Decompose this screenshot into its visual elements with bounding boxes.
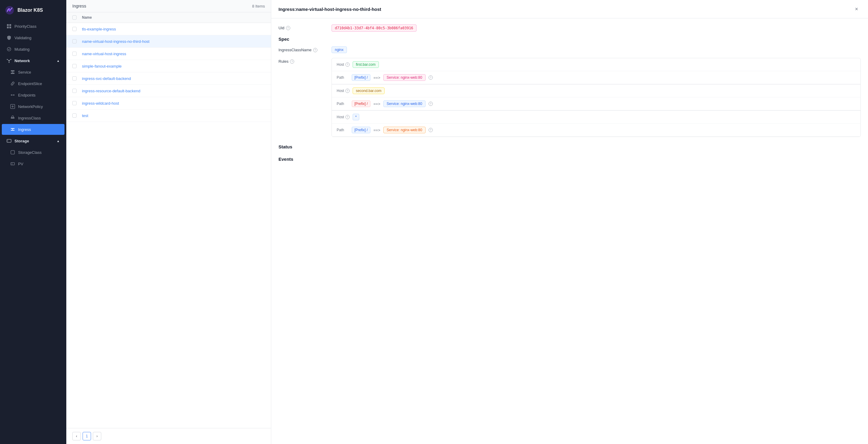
- host-value-3: *: [352, 114, 360, 120]
- row-checkbox[interactable]: [72, 52, 76, 56]
- svg-rect-4: [7, 27, 9, 28]
- table-row[interactable]: name-virtual-host-ingress: [66, 48, 271, 60]
- row-link[interactable]: ingress-svc-default-backend: [82, 76, 131, 81]
- grid-icon: [7, 24, 11, 29]
- storage-section-icon: [7, 139, 11, 143]
- sidebar-item-label: Mutating: [14, 47, 30, 52]
- row-checkbox[interactable]: [72, 27, 76, 31]
- table-row[interactable]: ingress-resource-default-backend: [66, 85, 271, 97]
- sidebar-item-priority-class[interactable]: PriorityClass: [2, 21, 64, 32]
- host-help-icon-2[interactable]: ?: [345, 89, 350, 93]
- ingress-class-help-icon[interactable]: ?: [313, 48, 317, 52]
- status-title: Status: [278, 144, 861, 149]
- svg-rect-5: [9, 27, 11, 28]
- row-checkbox[interactable]: [72, 76, 76, 81]
- network-label: Network: [14, 59, 30, 63]
- service-badge-3: Service: nginx-web:80: [383, 127, 426, 133]
- sidebar-item-network-policy[interactable]: NetworkPolicy: [2, 101, 64, 112]
- network-icon: [7, 58, 11, 63]
- prefix-badge-3: [Prefix] /: [352, 127, 370, 133]
- spec-title: Spec: [278, 36, 861, 41]
- sidebar-item-ingress[interactable]: Ingress: [2, 124, 64, 135]
- path-label-2: Path: [337, 102, 349, 106]
- app-name: Blazor K8S: [18, 7, 43, 13]
- sidebar-section-storage[interactable]: Storage ▲: [2, 136, 64, 146]
- svg-point-1: [8, 9, 11, 11]
- sidebar-item-label: NetworkPolicy: [18, 105, 43, 109]
- pv-icon: [10, 161, 15, 166]
- close-button[interactable]: ×: [852, 5, 861, 13]
- sidebar-item-endpoints[interactable]: Endpoints: [2, 90, 64, 100]
- ingress-class-name-field: IngressClassName ? nginx: [278, 47, 861, 53]
- path-row-2: Path [Prefix] / ==> Service: nginx-web:8…: [332, 97, 861, 110]
- table-row[interactable]: ingress-wildcard-host: [66, 97, 271, 110]
- row-checkbox[interactable]: [72, 39, 76, 43]
- row-link[interactable]: name-virtual-host-ingress-no-third-host: [82, 39, 150, 44]
- path-help-icon-3[interactable]: ?: [429, 128, 433, 132]
- svg-point-25: [7, 141, 8, 141]
- sidebar-section-network[interactable]: Network ▲: [2, 55, 64, 66]
- page-1-button[interactable]: 1: [83, 432, 91, 440]
- table-row[interactable]: tls-example-ingress: [66, 23, 271, 35]
- main-content: Ingress 8 Items Name tls-example-ingress…: [66, 0, 868, 444]
- row-checkbox[interactable]: [72, 101, 76, 105]
- prefix-badge-1: [Prefix] /: [352, 74, 370, 81]
- svg-line-11: [7, 59, 9, 61]
- host-row-3: Host ? *: [332, 111, 861, 124]
- svg-rect-14: [11, 70, 14, 71]
- row-checkbox[interactable]: [72, 64, 76, 68]
- row-link[interactable]: name-virtual-host-ingress: [82, 52, 126, 56]
- select-all-checkbox[interactable]: [72, 16, 76, 20]
- host-label-3: Host ?: [337, 115, 350, 119]
- sidebar-item-pv[interactable]: PV: [2, 158, 64, 169]
- ingress-class-name-label: IngressClassName ?: [278, 47, 327, 52]
- rules-group-3: Host ? * Path [Prefix] / ==> Service: ng…: [332, 111, 861, 137]
- sidebar-item-storage-class[interactable]: StorageClass: [2, 147, 64, 158]
- link-icon: [10, 81, 15, 86]
- path-row-3: Path [Prefix] / ==> Service: nginx-web:8…: [332, 124, 861, 137]
- rules-help-icon[interactable]: ?: [290, 59, 294, 64]
- sidebar-item-ingress-class[interactable]: IngressClass: [2, 113, 64, 123]
- sidebar-item-service[interactable]: Service: [2, 67, 64, 78]
- sidebar: Blazor K8S PriorityClass Validating Muta…: [0, 0, 66, 444]
- row-link[interactable]: simple-fanout-example: [82, 64, 122, 68]
- host-row-2: Host ? second.bar.com: [332, 85, 861, 97]
- table-row[interactable]: ingress-svc-default-backend: [66, 72, 271, 85]
- svg-rect-2: [7, 24, 9, 26]
- logo-icon: [5, 5, 14, 15]
- svg-rect-3: [9, 24, 11, 26]
- table-row[interactable]: name-virtual-host-ingress-no-third-host: [66, 35, 271, 48]
- row-link[interactable]: ingress-resource-default-backend: [82, 89, 141, 93]
- row-checkbox[interactable]: [72, 89, 76, 93]
- host-help-icon-1[interactable]: ?: [345, 62, 350, 67]
- sidebar-item-endpoint-slice[interactable]: EndpointSlice: [2, 78, 64, 89]
- row-link[interactable]: tls-example-ingress: [82, 27, 116, 31]
- table-row[interactable]: simple-fanout-example: [66, 60, 271, 72]
- sidebar-item-mutating[interactable]: Mutating: [2, 44, 64, 55]
- next-page-button[interactable]: ›: [93, 432, 101, 440]
- chevron-down-icon: ▲: [57, 139, 60, 143]
- svg-rect-27: [11, 162, 14, 165]
- network-policy-icon: [10, 104, 15, 109]
- service-badge-2: Service: nginx-web:80: [383, 100, 426, 107]
- path-help-icon-1[interactable]: ?: [429, 76, 433, 80]
- sidebar-item-label: IngressClass: [18, 116, 41, 120]
- path-row-1: Path [Prefix] / ==> Service: nginx-web:8…: [332, 71, 861, 84]
- sidebar-item-label: Service: [18, 70, 31, 75]
- table-header: Name: [66, 12, 271, 23]
- host-help-icon-3[interactable]: ?: [345, 115, 350, 119]
- host-value-1: first.bar.com: [352, 61, 379, 68]
- arrow-2: ==>: [373, 102, 380, 106]
- prev-page-button[interactable]: ‹: [72, 432, 81, 440]
- list-title: Ingress: [72, 4, 86, 8]
- host-label-1: Host ?: [337, 62, 350, 67]
- uid-help-icon[interactable]: ?: [286, 26, 290, 30]
- row-checkbox[interactable]: [72, 113, 76, 118]
- prefix-badge-2: [Prefix] /: [352, 100, 370, 107]
- path-label-1: Path: [337, 76, 349, 80]
- table-row[interactable]: test: [66, 110, 271, 122]
- path-help-icon-2[interactable]: ?: [429, 102, 433, 106]
- row-link[interactable]: test: [82, 113, 88, 118]
- row-link[interactable]: ingress-wildcard-host: [82, 101, 119, 106]
- sidebar-item-validating[interactable]: Validating: [2, 32, 64, 43]
